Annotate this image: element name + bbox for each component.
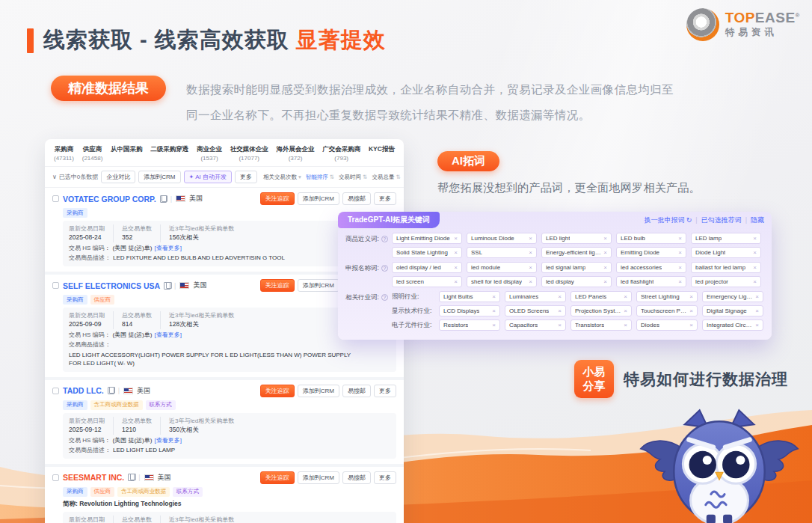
keyword-tag[interactable]: LED lamp× <box>691 233 761 244</box>
remove-icon[interactable]: × <box>558 322 562 328</box>
card-action-button[interactable]: 更多 <box>374 471 396 484</box>
remove-icon[interactable]: × <box>454 235 458 242</box>
keyword-tag[interactable]: Projection Systems× <box>570 305 632 316</box>
remove-icon[interactable]: × <box>603 249 607 256</box>
remove-icon[interactable]: × <box>689 308 693 314</box>
copy-icon[interactable] <box>128 474 135 481</box>
row-checkbox[interactable] <box>52 388 59 394</box>
remove-icon[interactable]: × <box>753 235 757 242</box>
sort-smart[interactable]: 智能排序⇅ <box>306 174 334 181</box>
remove-icon[interactable]: × <box>529 264 532 271</box>
keyword-tag[interactable]: Light Emitting Diode× <box>392 233 462 244</box>
tab[interactable]: 社交媒体企业 (17077) <box>230 145 268 166</box>
keyword-tag[interactable]: led flashlight× <box>616 276 686 287</box>
remove-icon[interactable]: × <box>603 264 607 271</box>
view-more-link[interactable]: [查看更多] <box>154 331 181 340</box>
remove-icon[interactable]: × <box>624 293 627 300</box>
copy-icon[interactable] <box>164 282 170 290</box>
more-button[interactable]: 更多 <box>235 171 257 183</box>
sort-by-trade-time[interactable]: 交易时间⇅ <box>339 174 367 181</box>
card-action-button[interactable]: 关注追踪 <box>260 279 295 292</box>
keyword-tag[interactable]: Energy-efficient lighti...× <box>541 247 612 258</box>
card-action-button[interactable]: 易搜邮 <box>342 471 371 484</box>
remove-icon[interactable]: × <box>529 278 532 285</box>
sort-by-trade-count[interactable]: 相关交易次数▾ <box>263 174 301 181</box>
keyword-tag[interactable]: Integrated Circuits× <box>702 319 763 331</box>
card-action-button[interactable]: 易搜邮 <box>342 385 371 397</box>
sort-by-trade-total[interactable]: 交易总量⇅ <box>372 174 400 181</box>
remove-icon[interactable]: × <box>755 308 759 314</box>
remove-icon[interactable]: × <box>753 264 757 271</box>
keyword-tag[interactable]: Digital Signage× <box>702 305 763 316</box>
remove-icon[interactable]: × <box>755 293 759 300</box>
card-action-button[interactable]: 关注追踪 <box>260 192 295 205</box>
card-action-button[interactable]: 添加到CRM <box>298 471 339 484</box>
remove-icon[interactable]: × <box>678 249 682 256</box>
keyword-tag[interactable]: oled display / led× <box>392 262 462 273</box>
keyword-tag[interactable]: SSL× <box>467 247 537 258</box>
remove-icon[interactable]: × <box>492 308 496 314</box>
company-name-link[interactable]: SELF ELECTRONICS USA <box>63 281 160 290</box>
keyword-tag[interactable]: led screen× <box>392 276 462 287</box>
row-checkbox[interactable] <box>52 474 59 481</box>
remove-icon[interactable]: × <box>753 278 757 285</box>
tab[interactable]: 商业企业 (1537) <box>197 145 222 166</box>
ai-auto-develop-button[interactable]: ✦AI 自动开发 <box>184 171 232 183</box>
keyword-tag[interactable]: Solid State Lighting× <box>392 247 462 258</box>
remove-icon[interactable]: × <box>558 308 562 314</box>
selected-keywords-link[interactable]: 已勾选推荐词 <box>701 215 742 225</box>
keyword-tag[interactable]: Luminous Diode× <box>467 233 537 244</box>
keyword-tag[interactable]: Transistors× <box>570 319 632 331</box>
card-action-button[interactable]: 更多 <box>374 385 396 397</box>
remove-icon[interactable]: × <box>678 278 682 285</box>
tab[interactable]: 二级采购穿透 <box>150 145 188 159</box>
remove-icon[interactable]: × <box>529 235 532 242</box>
remove-icon[interactable]: × <box>603 278 607 285</box>
remove-icon[interactable]: × <box>492 293 496 300</box>
keyword-tag[interactable]: Emergency Lighting× <box>702 291 763 302</box>
keyword-tag[interactable]: led accessories× <box>616 262 686 273</box>
keyword-tag[interactable]: led display× <box>541 276 612 287</box>
remove-icon[interactable]: × <box>603 235 607 242</box>
card-action-button[interactable]: 关注追踪 <box>260 385 295 397</box>
keyword-tag[interactable]: Luminaires× <box>505 291 566 302</box>
row-checkbox[interactable] <box>52 282 59 289</box>
company-name-link[interactable]: VOTATEC GROUP CORP. <box>63 195 156 204</box>
row-checkbox[interactable] <box>52 195 59 202</box>
keyword-tag[interactable]: led module× <box>467 262 537 273</box>
keyword-tag[interactable]: Diode Light× <box>691 247 761 258</box>
tab[interactable]: 海外展会企业 (372) <box>276 145 314 166</box>
card-action-button[interactable]: 添加到CRM <box>298 385 339 397</box>
view-more-link[interactable]: [查看更多] <box>154 245 181 253</box>
card-action-button[interactable]: 添加到CRM <box>298 279 339 292</box>
remove-icon[interactable]: × <box>454 278 458 285</box>
copy-icon[interactable] <box>108 387 114 394</box>
remove-icon[interactable]: × <box>678 264 682 271</box>
keyword-tag[interactable]: Capacitors× <box>505 319 566 331</box>
remove-icon[interactable]: × <box>454 264 458 271</box>
card-action-button[interactable]: 关注追踪 <box>260 471 295 484</box>
company-name-link[interactable]: TADD LLC. <box>63 386 104 395</box>
keyword-tag[interactable]: LED Panels× <box>570 291 632 302</box>
tab[interactable]: KYC报告 <box>369 145 395 159</box>
keyword-tag[interactable]: Resistors× <box>439 319 500 331</box>
keyword-tag[interactable]: Street Lighting× <box>636 291 698 302</box>
remove-icon[interactable]: × <box>755 322 759 328</box>
remove-icon[interactable]: × <box>753 249 757 256</box>
keyword-tag[interactable]: Light Bulbs× <box>439 291 500 302</box>
keyword-tag[interactable]: LCD Displays× <box>439 305 500 316</box>
company-name-link[interactable]: SEESMART INC. <box>63 473 124 482</box>
keyword-tag[interactable]: ballast for led lamp× <box>691 262 761 273</box>
card-action-button[interactable]: 更多 <box>374 192 396 205</box>
keyword-tag[interactable]: Diodes× <box>636 319 698 331</box>
remove-icon[interactable]: × <box>454 249 458 256</box>
refresh-keywords-link[interactable]: 换一批申报词↻ <box>645 215 692 225</box>
keyword-tag[interactable]: Emitting Diode× <box>616 247 686 258</box>
remove-icon[interactable]: × <box>624 308 627 314</box>
keyword-tag[interactable]: led signal lamp× <box>541 262 612 273</box>
keyword-tag[interactable]: LED bulb× <box>616 233 686 244</box>
tab[interactable]: 广交会采购商 (793) <box>322 145 360 166</box>
remove-icon[interactable]: × <box>492 322 496 328</box>
card-action-button[interactable]: 添加到CRM <box>298 192 339 205</box>
keyword-tag[interactable]: Touchscreen Panels× <box>636 305 698 316</box>
